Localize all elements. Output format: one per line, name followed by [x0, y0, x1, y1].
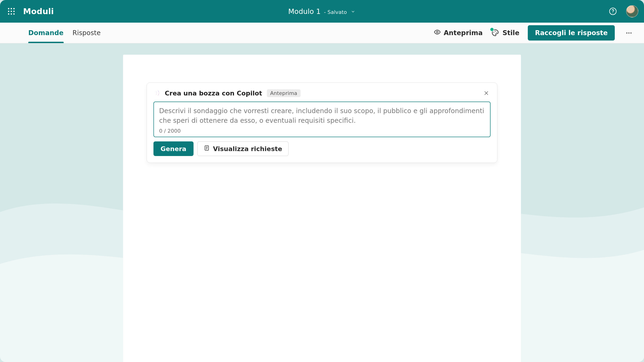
more-options-icon[interactable]: [623, 27, 634, 39]
svg-point-14: [496, 32, 497, 32]
svg-point-16: [628, 32, 630, 34]
copilot-preview-badge: Anteprima: [267, 89, 300, 97]
help-icon[interactable]: [608, 6, 618, 16]
eye-icon: [434, 28, 441, 37]
svg-point-3: [8, 10, 10, 12]
canvas-area: Crea una bozza con Copilot Anteprima 0 /…: [0, 43, 644, 362]
svg-point-8: [14, 14, 15, 15]
copilot-card-title: Crea una bozza con Copilot: [165, 90, 262, 97]
form-title-dropdown[interactable]: Modulo 1 - Salvato: [288, 7, 356, 16]
copilot-prompt-input[interactable]: [159, 106, 485, 126]
svg-point-12: [493, 32, 494, 32]
toolbar: Domande Risposte Anteprima Stile: [0, 22, 644, 43]
form-status: - Salvato: [324, 9, 347, 15]
svg-point-5: [14, 10, 15, 12]
svg-point-6: [8, 14, 10, 15]
copilot-draft-card: Crea una bozza con Copilot Anteprima 0 /…: [146, 82, 498, 163]
tab-questions[interactable]: Domande: [28, 22, 64, 43]
view-prompts-button[interactable]: Visualizza richieste: [197, 142, 288, 156]
view-prompts-label: Visualizza richieste: [213, 145, 282, 152]
svg-point-0: [8, 8, 10, 10]
style-button[interactable]: Stile: [491, 29, 520, 37]
form-canvas: Crea una bozza con Copilot Anteprima 0 /…: [123, 55, 521, 362]
svg-point-17: [630, 32, 632, 34]
svg-point-1: [10, 8, 12, 10]
tab-responses[interactable]: Risposte: [72, 22, 101, 43]
app-launcher-icon[interactable]: [6, 6, 17, 17]
style-new-badge-icon: [490, 27, 494, 32]
svg-point-15: [626, 32, 628, 34]
avatar[interactable]: [626, 5, 638, 18]
style-label: Stile: [502, 29, 520, 37]
form-title: Modulo 1: [288, 7, 321, 16]
app-name[interactable]: Moduli: [23, 6, 54, 16]
generate-button[interactable]: Genera: [154, 142, 194, 156]
chevron-down-icon: [350, 9, 356, 14]
copilot-icon: [154, 89, 161, 97]
svg-point-2: [14, 8, 15, 10]
preview-button[interactable]: Anteprima: [434, 28, 483, 37]
preview-label: Anteprima: [444, 29, 483, 37]
collect-responses-button[interactable]: Raccogli le risposte: [528, 25, 615, 40]
copilot-input-container: 0 / 2000: [154, 102, 490, 137]
svg-point-10: [612, 13, 613, 14]
copilot-char-counter: 0 / 2000: [159, 128, 485, 134]
palette-icon: [491, 29, 500, 37]
svg-point-11: [436, 31, 438, 33]
svg-point-7: [10, 14, 12, 15]
svg-point-13: [495, 31, 496, 31]
app-header: Moduli Modulo 1 - Salvato: [0, 0, 644, 22]
prompts-icon: [204, 145, 210, 152]
svg-point-4: [10, 10, 12, 12]
close-icon[interactable]: [482, 89, 490, 97]
